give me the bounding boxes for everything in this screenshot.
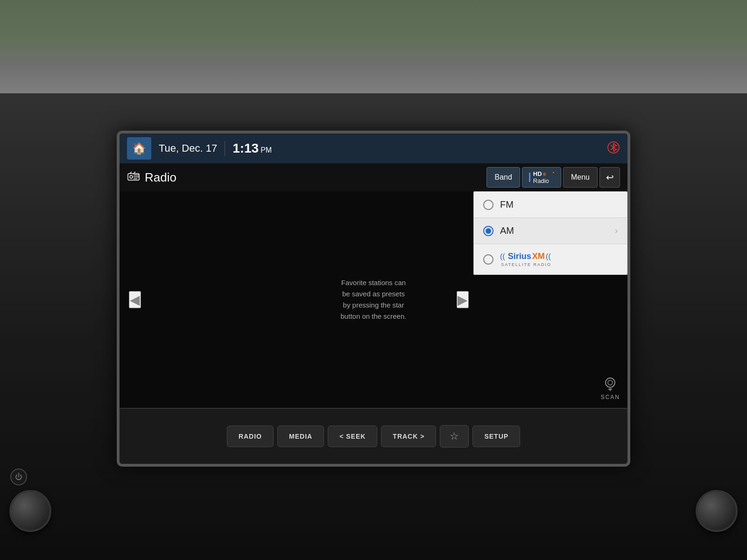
main-content: ◀ Favorite stations canbe saved as prese… bbox=[120, 191, 627, 408]
sirius-subtitle: SATELLITE RADIO bbox=[501, 262, 551, 267]
am-chevron: › bbox=[615, 226, 618, 236]
left-arrow-button[interactable]: ◀ bbox=[129, 291, 141, 308]
back-icon: ↩ bbox=[606, 172, 614, 183]
radio-source-icon bbox=[127, 171, 140, 184]
media-phys-button[interactable]: MEDIA bbox=[277, 426, 324, 447]
radio-phys-button[interactable]: RADIO bbox=[227, 426, 274, 447]
scan-button[interactable]: SCAN bbox=[601, 375, 620, 400]
date-time-area: Tue, Dec. 17 1:13PM bbox=[159, 141, 599, 156]
am-label: AM bbox=[500, 225, 514, 236]
menu-button[interactable]: Menu bbox=[563, 167, 598, 188]
left-volume-knob[interactable] bbox=[9, 490, 51, 532]
hd-marker: HD bbox=[533, 170, 542, 177]
sirius-radio-circle bbox=[483, 254, 493, 265]
right-arrow-button[interactable]: ▶ bbox=[457, 291, 469, 308]
band-dropdown: FM AM › (( Sirius bbox=[473, 191, 627, 275]
fm-label: FM bbox=[500, 199, 514, 210]
back-button[interactable]: ↩ bbox=[599, 167, 620, 188]
star-phys-button[interactable]: ☆ bbox=[440, 425, 469, 448]
am-radio-circle bbox=[483, 226, 493, 236]
svg-point-7 bbox=[130, 175, 133, 178]
radio-label: Radio bbox=[145, 170, 176, 185]
fm-radio-circle bbox=[483, 200, 493, 210]
band-option-fm[interactable]: FM bbox=[474, 192, 627, 218]
setup-phys-button[interactable]: SETUP bbox=[472, 426, 520, 447]
home-button[interactable]: 🏠 bbox=[127, 137, 151, 160]
right-tuner-knob[interactable] bbox=[696, 490, 738, 532]
home-icon: 🏠 bbox=[132, 142, 146, 155]
hd-label-row: HD ® bbox=[533, 170, 546, 177]
preset-info-text: Favorite stations canbe saved as presets… bbox=[341, 277, 407, 322]
time-divider bbox=[225, 141, 225, 156]
time-display: 1:13PM bbox=[233, 141, 272, 156]
radio-icon-svg bbox=[127, 171, 140, 181]
screen-bezel: 🏠 Tue, Dec. 17 1:13PM bbox=[117, 131, 630, 467]
scan-label: SCAN bbox=[601, 394, 620, 400]
hd-bar-icon bbox=[529, 173, 530, 182]
ampm-display: PM bbox=[261, 146, 272, 154]
scan-icon bbox=[602, 375, 619, 392]
band-option-siriusxm[interactable]: (( Sirius XM )) SATELLITE RADIO bbox=[474, 244, 627, 274]
car-surround: 🏠 Tue, Dec. 17 1:13PM bbox=[0, 0, 747, 560]
hd-radio-button[interactable]: HD ® Radio • bbox=[522, 167, 561, 188]
svg-point-14 bbox=[608, 380, 613, 385]
bottom-buttons-bar: RADIO MEDIA < SEEK TRACK > ☆ SETUP bbox=[120, 408, 627, 464]
time-value: 1:13 bbox=[233, 141, 259, 155]
sirius-xm-text: XM bbox=[532, 252, 545, 261]
am-radio-dot bbox=[486, 228, 491, 234]
track-fwd-phys-button[interactable]: TRACK > bbox=[381, 426, 436, 447]
siriusxm-logo-area: (( Sirius XM )) SATELLITE RADIO bbox=[500, 252, 552, 267]
radio-icon-area: Radio bbox=[127, 170, 176, 185]
radio-controls: Band HD ® Radio • Menu bbox=[486, 167, 620, 188]
screen: 🏠 Tue, Dec. 17 1:13PM bbox=[120, 133, 627, 408]
header-bar: 🏠 Tue, Dec. 17 1:13PM bbox=[120, 133, 627, 163]
date-display: Tue, Dec. 17 bbox=[159, 142, 217, 154]
seek-back-phys-button[interactable]: < SEEK bbox=[328, 426, 377, 447]
power-button[interactable]: ⏻ bbox=[10, 469, 27, 485]
sirius-text: Sirius bbox=[508, 252, 531, 261]
hd-dot-icon: • bbox=[553, 170, 554, 175]
sirius-waves-right-icon: )) bbox=[546, 252, 551, 261]
hd-text-area: HD ® Radio bbox=[533, 170, 549, 184]
siriusxm-logo: (( Sirius XM )) bbox=[500, 252, 552, 261]
radio-bar: Radio Band HD ® Radio • bbox=[120, 163, 627, 191]
background-photo bbox=[0, 0, 747, 93]
svg-point-13 bbox=[606, 378, 615, 387]
hd-radio-label: Radio bbox=[533, 177, 549, 184]
bluetooth-icon bbox=[607, 141, 620, 156]
sirius-waves-icon: (( bbox=[500, 252, 505, 261]
bluetooth-svg bbox=[607, 141, 620, 154]
band-button[interactable]: Band bbox=[486, 167, 520, 188]
band-option-am[interactable]: AM › bbox=[474, 218, 627, 244]
hd-superscript: ® bbox=[543, 172, 546, 177]
power-icon: ⏻ bbox=[15, 473, 22, 481]
